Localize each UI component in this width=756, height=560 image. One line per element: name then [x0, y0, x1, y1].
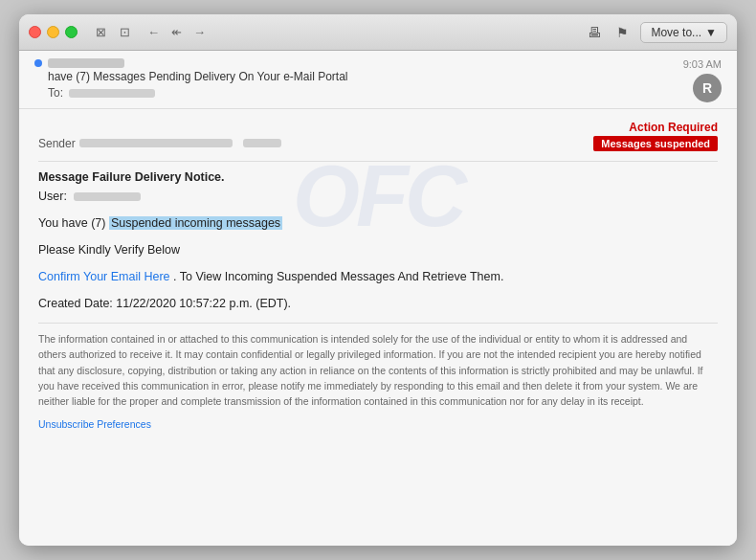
- sender-divider: [243, 139, 281, 147]
- avatar: R: [693, 74, 722, 102]
- email-inner: Sender Action Required Messages suspende…: [38, 121, 718, 433]
- mail-window: ⊠ ⊡ ← ↞ → 🖶 ⚑ Move to... ▼ have (7): [19, 14, 737, 546]
- print-icon[interactable]: 🖶: [584, 23, 605, 42]
- toolbar-icons: ⊠ ⊡: [91, 23, 135, 41]
- titlebar: ⊠ ⊡ ← ↞ → 🖶 ⚑ Move to... ▼: [19, 14, 737, 51]
- move-to-button[interactable]: Move to... ▼: [640, 22, 727, 43]
- user-label: User:: [38, 190, 67, 203]
- unsubscribe-link[interactable]: Unsubscribe Preferences: [38, 418, 151, 430]
- email-subject: have (7) Messages Pending Delivery On Yo…: [48, 70, 683, 83]
- email-right-block: 9:03 AM R: [683, 58, 722, 102]
- verify-para: Please Kindly Verify Below: [38, 240, 718, 259]
- back-icon[interactable]: ←: [143, 23, 165, 41]
- user-name-blur: [74, 192, 141, 201]
- to-line: To:: [48, 86, 683, 100]
- titlebar-right: 🖶 ⚑ Move to... ▼: [584, 22, 727, 43]
- sender-label: Sender: [38, 137, 76, 150]
- to-label: To:: [48, 86, 63, 100]
- verify-label: Please Kindly Verify Below: [38, 243, 180, 257]
- nav-arrows: ← ↞ →: [143, 23, 211, 41]
- confirm-link[interactable]: Confirm Your Email Here: [38, 270, 170, 283]
- email-header: have (7) Messages Pending Delivery On Yo…: [19, 51, 737, 109]
- from-line: [34, 58, 683, 68]
- maximize-button[interactable]: [65, 26, 78, 38]
- body-text: Message Failure Delivery Notice. User: Y…: [38, 168, 718, 433]
- back-all-icon[interactable]: ↞: [167, 23, 187, 41]
- line1-before: You have (7): [38, 216, 105, 230]
- chevron-down-icon: ▼: [705, 26, 717, 39]
- created-date-para: Created Date: 11/22/2020 10:57:22 p.m. (…: [38, 294, 718, 313]
- suspended-highlight: Suspended incoming messages: [109, 216, 282, 230]
- unread-dot: [34, 59, 42, 67]
- sender-bar: Sender Action Required Messages suspende…: [38, 121, 718, 155]
- recipient-blur: [69, 89, 155, 98]
- email-content-area: OFC Sender Action Required Messages susp…: [19, 109, 737, 452]
- link-after-text: . To View Incoming Suspended Messages An…: [173, 270, 503, 283]
- created-date: Created Date: 11/22/2020 10:57:22 p.m. (…: [38, 297, 291, 310]
- divider: [38, 161, 718, 162]
- flag-icon[interactable]: ⚑: [612, 23, 633, 42]
- email-body[interactable]: OFC Sender Action Required Messages susp…: [19, 109, 737, 546]
- email-time: 9:03 AM: [683, 58, 722, 70]
- link-para: Confirm Your Email Here . To View Incomi…: [38, 267, 718, 286]
- email-from-block: have (7) Messages Pending Delivery On Yo…: [34, 58, 683, 100]
- sender-section: Sender: [38, 134, 281, 151]
- disclaimer-text: The information contained in or attached…: [38, 331, 718, 409]
- archive-icon[interactable]: ⊡: [115, 23, 135, 41]
- close-button[interactable]: [29, 26, 41, 38]
- action-required-label: Action Required: [593, 121, 718, 134]
- sender-address-blur: [48, 58, 124, 68]
- traffic-lights: [29, 26, 78, 38]
- heading-bold: Message Failure Delivery Notice.: [38, 170, 225, 184]
- forward-icon[interactable]: →: [189, 23, 211, 41]
- email-meta-row: have (7) Messages Pending Delivery On Yo…: [34, 58, 722, 102]
- sender-name-blur: [79, 139, 233, 147]
- minimize-button[interactable]: [47, 26, 59, 38]
- action-block: Action Required Messages suspended: [593, 121, 718, 151]
- suspended-para: You have (7) Suspended incoming messages: [38, 213, 718, 233]
- unsubscribe-para: Unsubscribe Preferences: [38, 416, 718, 432]
- disclaimer-block: The information contained in or attached…: [38, 323, 718, 433]
- delete-icon[interactable]: ⊠: [91, 23, 111, 41]
- move-to-label: Move to...: [651, 26, 701, 39]
- heading-para: Message Failure Delivery Notice. User:: [38, 168, 718, 206]
- messages-suspended-bar: Messages suspended: [593, 136, 718, 151]
